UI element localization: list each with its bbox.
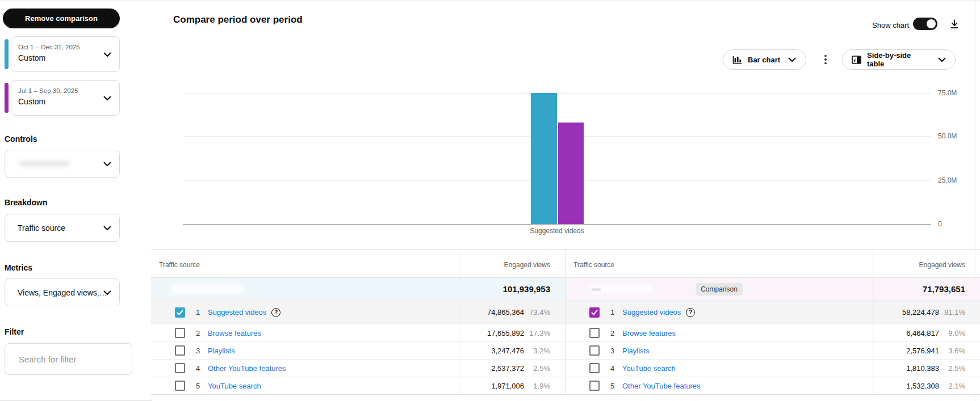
gridline-25m	[183, 180, 931, 181]
table-row[interactable]: 4 Other YouTube features 2,537,372 2.5% …	[151, 360, 980, 377]
row-checkbox[interactable]	[175, 307, 185, 318]
left-total-value-cell: 101,939,953	[459, 278, 565, 300]
chevron-down-icon	[103, 52, 111, 57]
engaged-views-value: 2,576,941	[906, 347, 939, 355]
traffic-source-link[interactable]: Suggested videos	[622, 308, 681, 316]
engaged-views-value: 2,537,372	[491, 364, 524, 373]
redacted-dash	[592, 289, 601, 290]
traffic-source-link[interactable]: Playlists	[208, 347, 235, 355]
download-icon[interactable]	[947, 16, 962, 31]
chevron-down-icon	[788, 57, 796, 62]
chart-type-label: Bar chart	[748, 56, 780, 64]
left-traffic-source-header: Traffic source	[151, 250, 459, 277]
traffic-source-link[interactable]: YouTube search	[622, 364, 676, 373]
engaged-views-value: 1,810,383	[906, 364, 939, 373]
engaged-views-pct: 1.9%	[524, 382, 550, 390]
traffic-source-link[interactable]: YouTube search	[208, 382, 261, 390]
help-icon[interactable]: ?	[271, 308, 280, 317]
right-total-source-cell: Comparison	[565, 278, 873, 300]
traffic-source-link[interactable]: Other YouTube features	[622, 382, 701, 390]
help-icon[interactable]: ?	[686, 308, 695, 317]
breakdown-dropdown[interactable]: Traffic source	[5, 214, 120, 242]
bar-series-0	[531, 93, 557, 224]
y-tick-25m: 25.0M	[938, 176, 957, 184]
table-row[interactable]: 2 Browse features 17,655,892 17.3% 2 Bro…	[151, 324, 980, 342]
chevron-down-icon	[103, 290, 111, 295]
row-checkbox[interactable]	[175, 328, 185, 338]
engaged-views-pct: 2.1%	[939, 382, 965, 390]
filter-search-input[interactable]	[5, 343, 132, 375]
period1-range: Oct 1 – Dec 31, 2025	[18, 44, 80, 50]
chevron-down-icon	[103, 226, 111, 230]
metrics-value: Views, Engaged views,…	[18, 288, 107, 297]
table-type-select[interactable]: Side-by-side table	[842, 49, 956, 70]
chevron-down-icon	[938, 57, 946, 62]
more-options-icon[interactable]	[819, 50, 832, 69]
row-rank: 5	[196, 382, 200, 390]
right-total-engaged-views: 71,793,651	[873, 284, 980, 294]
row-checkbox[interactable]	[175, 381, 185, 391]
row-checkbox[interactable]	[175, 363, 185, 373]
chevron-down-icon	[103, 96, 111, 100]
period2-selector[interactable]: Jul 1 – Sep 30, 2025 Custom	[11, 80, 120, 116]
row-rank: 2	[196, 329, 200, 337]
show-chart-toggle[interactable]	[913, 18, 937, 30]
y-tick-75m: 75.0M	[938, 89, 957, 97]
y-tick-50m: 50.0M	[938, 132, 957, 140]
row-checkbox[interactable]	[589, 363, 600, 373]
table-row[interactable]: 3 Playlists 3,247,476 3.2% 3 Playlists 2…	[151, 342, 980, 360]
x-category-label: Suggested videos	[511, 227, 603, 235]
controls-dropdown[interactable]	[5, 150, 120, 178]
engaged-views-value: 58,224,478	[902, 308, 939, 316]
row-rank: 2	[610, 329, 615, 337]
engaged-views-pct: 73.4%	[524, 308, 550, 316]
row-checkbox[interactable]	[589, 381, 600, 391]
engaged-views-value: 1,971,006	[491, 382, 524, 390]
remove-comparison-button[interactable]: Remove comparison	[3, 9, 120, 28]
table-row[interactable]: 5 YouTube search 1,971,006 1.9% 5 Other …	[151, 377, 980, 395]
traffic-source-link[interactable]: Browse features	[208, 329, 261, 337]
engaged-views-value: 3,247,476	[491, 347, 524, 355]
comparison-badge: Comparison	[696, 283, 743, 296]
row-rank: 4	[196, 364, 200, 373]
table-header-row: Traffic source Engaged views Traffic sou…	[151, 250, 980, 278]
engaged-views-value: 1,532,308	[906, 382, 939, 390]
row-checkbox[interactable]	[175, 345, 185, 356]
right-traffic-source-header: Traffic source	[565, 250, 873, 277]
period2-label: Custom	[18, 97, 45, 106]
row-rank: 1	[196, 308, 200, 316]
period1-selector[interactable]: Oct 1 – Dec 31, 2025 Custom	[11, 36, 120, 72]
traffic-source-link[interactable]: Browse features	[622, 329, 676, 337]
y-tick-0: 0	[938, 220, 942, 228]
table-total-row: 101,939,953 Comparison 71,793,651	[151, 278, 980, 301]
period2-range: Jul 1 – Sep 30, 2025	[18, 87, 78, 94]
side-by-side-table: Traffic source Engaged views Traffic sou…	[151, 249, 980, 395]
row-checkbox[interactable]	[589, 328, 600, 338]
left-total-source-cell	[151, 278, 459, 300]
toggle-knob	[927, 19, 936, 28]
engaged-views-value: 6,464,817	[906, 329, 939, 337]
left-total-engaged-views: 101,939,953	[459, 284, 565, 294]
side-by-side-table-icon	[852, 56, 861, 64]
engaged-views-pct: 81.1%	[939, 308, 965, 316]
engaged-views-pct: 17.3%	[524, 329, 550, 337]
chart-type-select[interactable]: Bar chart	[723, 49, 806, 70]
metrics-dropdown[interactable]: Views, Engaged views,…	[5, 278, 120, 306]
traffic-source-link[interactable]: Suggested videos	[208, 308, 266, 316]
right-engaged-views-header: Engaged views	[873, 250, 980, 277]
left-engaged-views-header: Engaged views	[459, 250, 565, 277]
row-checkbox[interactable]	[589, 345, 600, 356]
breakdown-value: Traffic source	[18, 223, 65, 233]
engaged-views-pct: 2.5%	[939, 364, 965, 373]
chevron-down-icon	[103, 162, 111, 166]
bar-chart-icon	[732, 56, 742, 64]
engaged-views-value: 17,655,892	[487, 329, 524, 337]
table-row[interactable]: 1 Suggested videos ? 74,865,364 73.4% 1 …	[151, 301, 980, 324]
engaged-views-pct: 3.2%	[524, 347, 550, 355]
traffic-source-link[interactable]: Other YouTube features	[208, 364, 286, 373]
row-rank: 1	[610, 308, 615, 316]
row-rank: 4	[610, 364, 615, 373]
table-type-label: Side-by-side table	[867, 51, 930, 68]
row-checkbox[interactable]	[589, 307, 600, 318]
traffic-source-link[interactable]: Playlists	[622, 347, 650, 355]
